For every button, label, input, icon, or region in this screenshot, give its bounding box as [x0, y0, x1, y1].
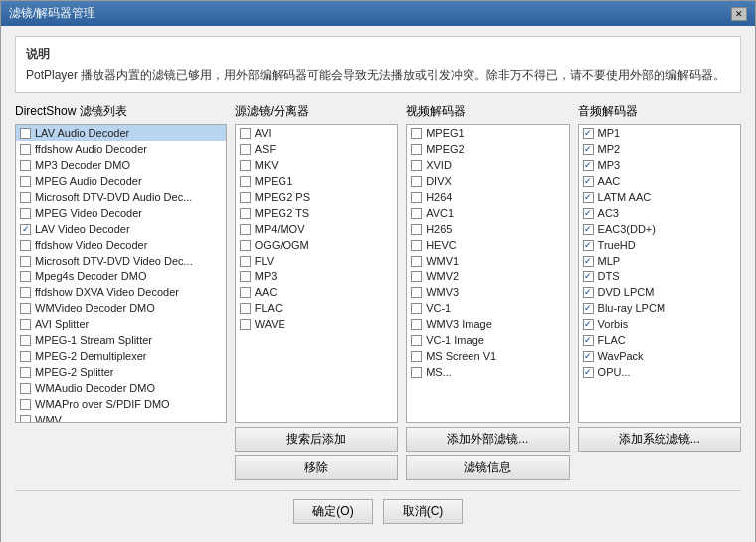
checkbox[interactable]	[20, 303, 31, 314]
list-item[interactable]: XVID	[407, 157, 568, 173]
list-item[interactable]: ✓Vorbis	[579, 316, 740, 332]
list-item[interactable]: ✓MP3	[579, 157, 740, 173]
checkbox[interactable]	[20, 287, 31, 298]
list-item[interactable]: MPEG-2 Splitter	[16, 364, 226, 380]
checkbox[interactable]: ✓	[583, 160, 594, 171]
checkbox[interactable]: ✓	[583, 192, 594, 203]
checkbox[interactable]: ✓	[583, 144, 594, 155]
list-item[interactable]: FLAC	[236, 300, 397, 316]
checkbox[interactable]	[20, 160, 31, 171]
checkbox[interactable]	[411, 240, 422, 251]
checkbox[interactable]	[411, 351, 422, 362]
list-item[interactable]: MP4/MOV	[236, 221, 397, 237]
source-remove-button[interactable]: 移除	[235, 455, 398, 480]
checkbox[interactable]	[240, 160, 251, 171]
list-item[interactable]: FLV	[236, 253, 397, 269]
list-item[interactable]: WAVE	[236, 316, 397, 332]
list-item[interactable]: ASF	[236, 141, 397, 157]
list-item[interactable]: AVI	[236, 125, 397, 141]
source-add-button[interactable]: 搜索后添加	[235, 427, 398, 452]
list-item[interactable]: H264	[407, 189, 568, 205]
checkbox[interactable]	[20, 319, 31, 330]
audio-add-button[interactable]: 添加系统滤镜...	[578, 427, 741, 452]
checkbox[interactable]	[240, 287, 251, 298]
list-item[interactable]: AVI Splitter	[16, 316, 226, 332]
checkbox[interactable]	[20, 192, 31, 203]
list-item[interactable]: ✓MP2	[579, 141, 740, 157]
checkbox[interactable]	[240, 224, 251, 235]
list-item[interactable]: ✓DVD LPCM	[579, 284, 740, 300]
list-item[interactable]: ✓OPU...	[579, 364, 740, 380]
checkbox[interactable]	[20, 415, 31, 424]
checkbox[interactable]	[20, 240, 31, 251]
checkbox[interactable]	[411, 176, 422, 187]
checkbox[interactable]	[240, 192, 251, 203]
cancel-button[interactable]: 取消(C)	[383, 499, 463, 524]
list-item[interactable]: MPEG2	[407, 141, 568, 157]
list-item[interactable]: WMV2	[407, 269, 568, 284]
list-item[interactable]: WMV3	[407, 284, 568, 300]
list-item[interactable]: MS...	[407, 364, 568, 380]
checkbox[interactable]	[20, 176, 31, 187]
checkbox[interactable]	[20, 367, 31, 378]
list-item[interactable]: OGG/OGM	[236, 237, 397, 253]
list-item[interactable]: AVC1	[407, 205, 568, 221]
list-item[interactable]: WMAPro over S/PDIF DMO	[16, 396, 226, 412]
checkbox[interactable]	[411, 208, 422, 219]
checkbox[interactable]: ✓	[583, 287, 594, 298]
checkbox[interactable]	[411, 287, 422, 298]
list-item[interactable]: MPEG2 TS	[236, 205, 397, 221]
close-button[interactable]: ✕	[731, 7, 747, 21]
list-item[interactable]: WMAudio Decoder DMO	[16, 380, 226, 396]
list-item[interactable]: ✓LATM AAC	[579, 189, 740, 205]
checkbox[interactable]	[411, 319, 422, 330]
checkbox[interactable]	[411, 367, 422, 378]
checkbox[interactable]	[411, 144, 422, 155]
list-item[interactable]: MP3	[236, 269, 397, 284]
list-item[interactable]: Microsoft DTV-DVD Audio Dec...	[16, 189, 226, 205]
checkbox[interactable]	[20, 144, 31, 155]
list-item[interactable]: MPEG2 PS	[236, 189, 397, 205]
video-add-button[interactable]: 添加外部滤镜...	[406, 427, 569, 452]
list-item[interactable]: ffdshow Audio Decoder	[16, 141, 226, 157]
checkbox[interactable]: ✓	[583, 256, 594, 267]
checkbox[interactable]: ✓	[583, 367, 594, 378]
list-item[interactable]: MPEG Audio Decoder	[16, 173, 226, 189]
list-item[interactable]: AAC	[236, 284, 397, 300]
list-item[interactable]: Microsoft DTV-DVD Video Dec...	[16, 253, 226, 269]
directshow-list[interactable]: LAV Audio Decoderffdshow Audio DecoderMP…	[15, 124, 227, 423]
checkbox[interactable]: ✓	[583, 240, 594, 251]
checkbox[interactable]	[240, 144, 251, 155]
list-item[interactable]: ffdshow Video Decoder	[16, 237, 226, 253]
checkbox[interactable]	[240, 271, 251, 282]
checkbox[interactable]	[20, 271, 31, 282]
list-item[interactable]: HEVC	[407, 237, 568, 253]
list-item[interactable]: ✓MP1	[579, 125, 740, 141]
checkbox[interactable]	[411, 271, 422, 282]
list-item[interactable]: MPEG1	[236, 173, 397, 189]
list-item[interactable]: WMV1	[407, 253, 568, 269]
checkbox[interactable]	[411, 256, 422, 267]
video-list[interactable]: MPEG1MPEG2XVIDDIVXH264AVC1H265HEVCWMV1WM…	[406, 124, 569, 423]
checkbox[interactable]: ✓	[583, 208, 594, 219]
checkbox[interactable]: ✓	[583, 303, 594, 314]
checkbox[interactable]: ✓	[583, 351, 594, 362]
source-list[interactable]: AVIASFMKVMPEG1MPEG2 PSMPEG2 TSMP4/MOVOGG…	[235, 124, 398, 423]
list-item[interactable]: MPEG1	[407, 125, 568, 141]
list-item[interactable]: ✓DTS	[579, 269, 740, 284]
list-item[interactable]: ✓FLAC	[579, 332, 740, 348]
list-item[interactable]: ✓AAC	[579, 173, 740, 189]
checkbox[interactable]: ✓	[20, 224, 31, 235]
checkbox[interactable]	[20, 383, 31, 394]
checkbox[interactable]	[240, 208, 251, 219]
list-item[interactable]: MPEG-2 Demultiplexer	[16, 348, 226, 364]
list-item[interactable]: WMV...	[16, 412, 226, 423]
list-item[interactable]: VC-1 Image	[407, 332, 568, 348]
list-item[interactable]: MPEG Video Decoder	[16, 205, 226, 221]
list-item[interactable]: ✓EAC3(DD+)	[579, 221, 740, 237]
checkbox[interactable]	[411, 160, 422, 171]
checkbox[interactable]	[240, 176, 251, 187]
checkbox[interactable]	[20, 351, 31, 362]
list-item[interactable]: ✓TrueHD	[579, 237, 740, 253]
checkbox[interactable]: ✓	[583, 335, 594, 346]
